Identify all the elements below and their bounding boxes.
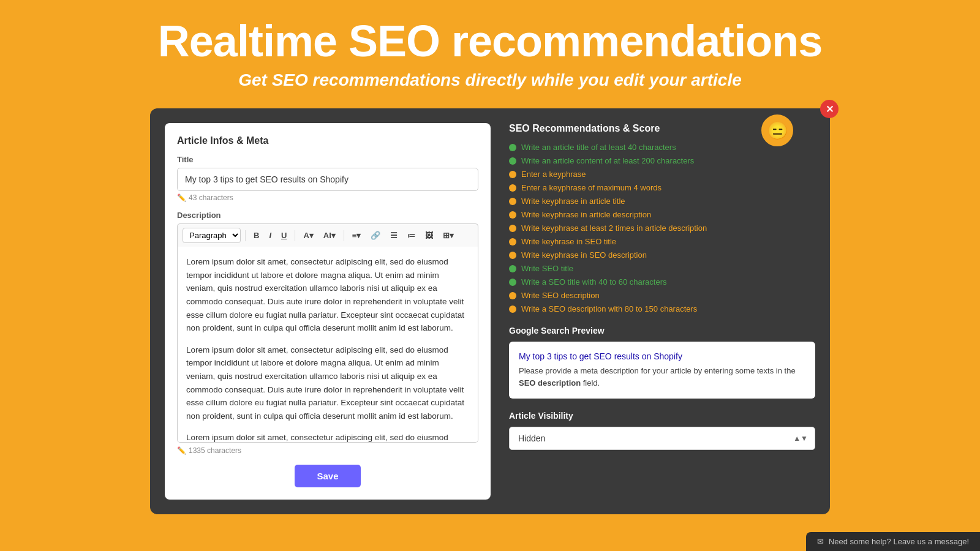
seo-dot-11: [509, 292, 516, 299]
seo-dot-6: [509, 225, 516, 232]
seo-dot-2: [509, 171, 516, 178]
right-panel: SEO Recommendations & Score Write an art…: [509, 123, 815, 500]
text-color-button[interactable]: A▾: [300, 228, 317, 242]
seo-item-text-10: Write a SEO title with 40 to 60 characte…: [521, 277, 666, 287]
image-button[interactable]: 🖼: [421, 228, 437, 242]
seo-item-text-1: Write an article content of at least 200…: [521, 156, 694, 165]
message-icon: ✉: [817, 537, 824, 546]
seo-dot-9: [509, 265, 516, 272]
seo-dot-10: [509, 279, 516, 286]
toolbar-divider-1: [245, 230, 246, 241]
seo-item-text-2: Enter a keyphrase: [521, 170, 586, 179]
visibility-select[interactable]: Hidden Visible: [509, 427, 815, 450]
help-text: Need some help? Leave us a message!: [829, 537, 969, 546]
edit-icon: ✏️: [177, 193, 186, 202]
seo-dot-8: [509, 252, 516, 259]
visibility-select-wrapper: Hidden Visible ▲▼: [509, 427, 815, 450]
seo-list: Write an article title of at least 40 ch…: [509, 143, 815, 313]
seo-item-text-12: Write a SEO description with 80 to 150 c…: [521, 304, 697, 313]
seo-dot-1: [509, 157, 516, 165]
seo-item-text-7: Write keyhrase in SEO title: [521, 237, 616, 246]
google-preview-title: Google Search Preview: [509, 326, 815, 335]
google-preview-desc: Please provide a meta description for yo…: [519, 365, 805, 389]
seo-list-item-11: Write SEO description: [509, 291, 815, 300]
ai-button[interactable]: AI▾: [320, 228, 339, 242]
seo-list-item-7: Write keyhrase in SEO title: [509, 237, 815, 246]
google-preview-link[interactable]: My top 3 tips to get SEO results on Shop…: [519, 351, 805, 361]
seo-item-text-4: Write keyphrase in article title: [521, 197, 625, 206]
seo-list-item-5: Write keyphrase in article description: [509, 210, 815, 219]
seo-list-item-4: Write keyphrase in article title: [509, 197, 815, 206]
seo-list-item-2: Enter a keyphrase: [509, 170, 815, 179]
left-panel: Article Infos & Meta Title ✏️ 43 charact…: [165, 123, 491, 500]
bold-button[interactable]: B: [250, 228, 263, 242]
seo-list-item-12: Write a SEO description with 80 to 150 c…: [509, 304, 815, 313]
numbered-list-button[interactable]: ≔: [404, 228, 419, 242]
underline-button[interactable]: U: [277, 228, 290, 242]
seo-dot-3: [509, 184, 516, 192]
left-panel-title: Article Infos & Meta: [177, 135, 478, 146]
google-preview-box: My top 3 tips to get SEO results on Shop…: [509, 342, 815, 399]
banner: Realtime SEO recommendations Get SEO rec…: [0, 0, 980, 102]
description-label: Description: [177, 211, 478, 220]
align-button[interactable]: ≡▾: [349, 228, 365, 242]
seo-item-text-9: Write SEO title: [521, 264, 573, 273]
seo-item-text-11: Write SEO description: [521, 291, 600, 300]
seo-list-item-1: Write an article content of at least 200…: [509, 156, 815, 165]
save-button[interactable]: Save: [295, 465, 360, 487]
body-paragraph-1: Lorem ipsum dolor sit amet, consectetur …: [186, 255, 469, 335]
link-button[interactable]: 🔗: [367, 228, 384, 242]
emoji-avatar: 😑: [761, 114, 793, 146]
seo-dot-5: [509, 211, 516, 219]
seo-list-item-9: Write SEO title: [509, 264, 815, 273]
toolbar-divider-3: [344, 230, 344, 241]
title-label: Title: [177, 155, 478, 164]
save-bar: Save: [177, 465, 478, 487]
seo-dot-12: [509, 305, 516, 313]
seo-item-text-3: Enter a keyphrase of maximum 4 words: [521, 183, 662, 192]
edit-icon-2: ✏️: [177, 446, 186, 455]
toolbar-divider-2: [295, 230, 295, 241]
seo-list-item-3: Enter a keyphrase of maximum 4 words: [509, 183, 815, 192]
seo-item-text-5: Write keyphrase in article description: [521, 210, 651, 219]
seo-item-text-0: Write an article title of at least 40 ch…: [521, 143, 676, 152]
modal: ✕ 😑 Article Infos & Meta Title ✏️ 43 cha…: [150, 108, 830, 514]
seo-item-text-8: Write keyphrase in SEO description: [521, 250, 647, 260]
modal-wrapper: ✕ 😑 Article Infos & Meta Title ✏️ 43 cha…: [0, 108, 980, 514]
body-char-count: ✏️ 1335 characters: [177, 446, 478, 455]
seo-dot-7: [509, 238, 516, 246]
table-button[interactable]: ⊞▾: [439, 228, 458, 242]
editor-toolbar: Paragraph B I U A▾ AI▾ ≡▾ 🔗 ☰ ≔ 🖼 ⊞▾: [177, 223, 478, 247]
help-bar: ✉ Need some help? Leave us a message!: [806, 532, 980, 551]
seo-dot-4: [509, 198, 516, 205]
seo-list-item-10: Write a SEO title with 40 to 60 characte…: [509, 277, 815, 287]
close-button[interactable]: ✕: [820, 100, 839, 118]
body-paragraph-3: Lorem ipsum dolor sit amet, consectetur …: [186, 431, 469, 443]
editor-area[interactable]: Lorem ipsum dolor sit amet, consectetur …: [177, 247, 478, 443]
seo-item-text-6: Write keyphrase at least 2 times in arti…: [521, 223, 707, 233]
italic-button[interactable]: I: [265, 228, 275, 242]
body-paragraph-2: Lorem ipsum dolor sit amet, consectetur …: [186, 343, 469, 423]
seo-list-item-6: Write keyphrase at least 2 times in arti…: [509, 223, 815, 233]
bullet-list-button[interactable]: ☰: [386, 228, 401, 242]
visibility-title: Article Visibility: [509, 411, 815, 421]
seo-dot-0: [509, 144, 516, 151]
banner-title: Realtime SEO recommendations: [12, 17, 968, 66]
paragraph-select[interactable]: Paragraph: [183, 228, 241, 243]
banner-subtitle: Get SEO recommendations directly while y…: [12, 70, 968, 90]
title-input[interactable]: [177, 168, 478, 191]
seo-list-item-8: Write keyphrase in SEO description: [509, 250, 815, 260]
title-char-count: ✏️ 43 characters: [177, 193, 478, 202]
